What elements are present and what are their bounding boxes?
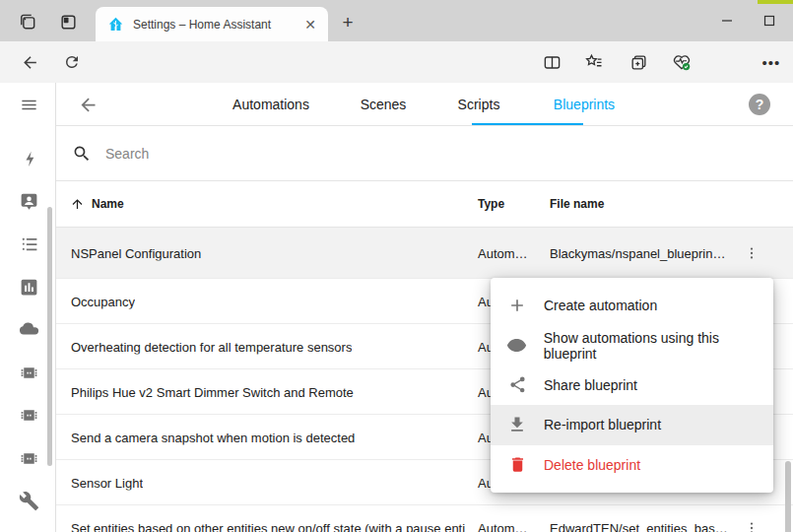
menu-item-label: Create automation	[544, 298, 657, 313]
tab-title: Settings – Home Assistant	[133, 18, 300, 32]
window-maximize-button[interactable]	[760, 11, 779, 31]
row-name: Set entities based on other entities new…	[71, 520, 465, 532]
sidebar-item-device-1[interactable]	[18, 362, 39, 383]
row-overflow-menu-icon[interactable]	[742, 518, 761, 532]
favorites-hub-icon[interactable]	[583, 51, 605, 73]
browser-tab[interactable]: Settings – Home Assistant ✕	[96, 7, 328, 41]
new-tab-button[interactable]: +	[336, 11, 360, 34]
row-name: Overheating detection for all temperatur…	[71, 339, 352, 354]
tab-stacks-icon[interactable]	[17, 11, 38, 33]
row-type: Autom…	[478, 520, 528, 532]
row-name: NSPanel Configuration	[71, 245, 201, 260]
eye-icon	[506, 335, 528, 357]
menu-item-label: Share blueprint	[544, 377, 637, 393]
back-icon[interactable]	[19, 51, 40, 73]
search-input[interactable]	[105, 146, 499, 162]
active-tab-underline	[472, 123, 583, 125]
row-type: Autom…	[478, 245, 528, 260]
sidebar-scrollbar[interactable]	[47, 207, 52, 466]
collections-add-icon[interactable]	[628, 51, 649, 73]
menu-item-label: Delete blueprint	[544, 457, 640, 473]
menu-item-reimport-blueprint[interactable]: Re-import blueprint	[491, 405, 773, 444]
table-row[interactable]: Set entities based on other entities new…	[56, 505, 793, 532]
toolbar-layout-icon[interactable]	[57, 11, 79, 33]
column-header-file[interactable]: File name	[550, 197, 604, 211]
row-file: EdwardTEN/set_entities_bas…	[550, 520, 728, 532]
row-name: Philips Hue v2 Smart Dimmer Switch and R…	[71, 384, 354, 399]
sidebar-item-device-3[interactable]	[18, 447, 39, 469]
tab-blueprints[interactable]: Blueprints	[554, 83, 615, 125]
row-file: Blackymas/nspanel_blueprin…	[550, 245, 725, 260]
menu-item-label: Re-import blueprint	[544, 417, 661, 432]
menu-item-label: Show automations using this blueprint	[544, 330, 773, 362]
row-name: Sensor Light	[71, 475, 143, 490]
table-row[interactable]: NSPanel Configuration Autom… Blackymas/n…	[56, 228, 793, 279]
browser-tab-strip: Settings – Home Assistant ✕ +	[0, 0, 793, 41]
sidebar-item-person[interactable]	[18, 190, 39, 212]
plus-icon	[506, 295, 528, 316]
sort-ascending-icon[interactable]	[70, 197, 85, 212]
search-icon	[72, 144, 92, 164]
help-icon[interactable]: ?	[749, 94, 770, 115]
browser-toolbar: Not secure homeassistant.local:8123/... …	[0, 41, 793, 83]
download-icon	[506, 414, 528, 435]
window-minimize-button[interactable]	[717, 11, 737, 31]
sidebar-item-settings[interactable]	[18, 490, 39, 511]
sidebar-item-device-2[interactable]	[18, 404, 39, 426]
menu-item-show-automations[interactable]: Show automations using this blueprint	[491, 325, 773, 365]
search-row	[56, 126, 793, 181]
blueprint-context-menu: Create automation Show automations using…	[491, 278, 773, 493]
tab-close-icon[interactable]: ✕	[300, 15, 320, 34]
browser-essentials-icon[interactable]	[671, 51, 693, 73]
row-overflow-menu-icon[interactable]	[742, 243, 761, 263]
menu-hamburger-icon[interactable]	[18, 94, 39, 115]
ha-favicon	[107, 16, 124, 33]
split-screen-icon[interactable]	[541, 51, 562, 73]
sidebar-item-cloud[interactable]	[18, 318, 39, 340]
trash-icon	[506, 454, 528, 476]
row-name: Send a camera snapshot when motion is de…	[71, 430, 355, 444]
column-header-name[interactable]: Name	[92, 197, 124, 211]
browser-settings-menu-icon[interactable]: •••	[760, 51, 783, 73]
sidebar-item-history[interactable]	[18, 276, 39, 298]
table-header-row: Name Type File name	[56, 181, 793, 228]
screen-edge-strip	[758, 0, 793, 4]
share-icon	[506, 374, 528, 396]
ha-header: Automations Scenes Scripts Blueprints	[56, 83, 793, 126]
page-scrollbar[interactable]	[785, 461, 791, 532]
tab-scripts[interactable]: Scripts	[458, 83, 500, 125]
menu-item-delete-blueprint[interactable]: Delete blueprint	[491, 445, 773, 485]
column-header-type[interactable]: Type	[478, 197, 504, 211]
tab-automations[interactable]: Automations	[232, 83, 309, 125]
menu-item-create-automation[interactable]: Create automation	[491, 286, 773, 325]
row-name: Occupancy	[71, 294, 135, 308]
menu-item-share-blueprint[interactable]: Share blueprint	[491, 366, 773, 405]
ha-back-icon[interactable]	[76, 93, 99, 116]
tab-scenes[interactable]: Scenes	[361, 83, 407, 125]
browser-window: Settings – Home Assistant ✕ + Not secure…	[0, 0, 793, 532]
sidebar-item-logbook[interactable]	[18, 233, 39, 255]
refresh-icon[interactable]	[61, 51, 83, 73]
sidebar-item-energy[interactable]	[18, 148, 39, 169]
